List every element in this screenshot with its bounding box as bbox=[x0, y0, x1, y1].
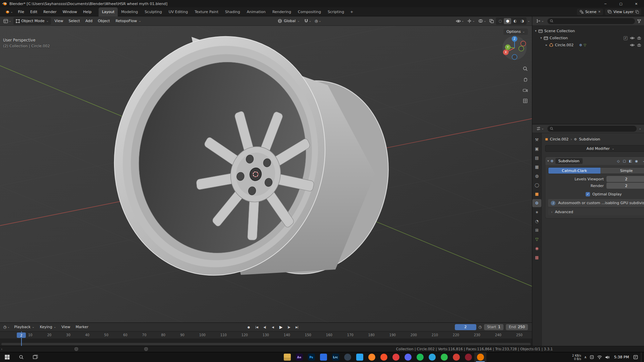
transport-jump-to-end[interactable]: ▶| bbox=[293, 324, 301, 330]
properties-tab-render[interactable]: ▣ bbox=[532, 145, 541, 153]
taskbar-app-steam[interactable] bbox=[341, 352, 354, 362]
taskbar-app-maroon-app[interactable] bbox=[462, 352, 474, 362]
close-button[interactable]: ✕ bbox=[629, 0, 644, 7]
taskbar-app-whatsapp[interactable] bbox=[438, 352, 450, 362]
menu-item[interactable]: Edit bbox=[27, 8, 40, 16]
unlink-scene-icon[interactable]: ✕ bbox=[598, 10, 601, 13]
clock[interactable]: 5:38 PM bbox=[613, 355, 630, 359]
snap-toggle[interactable]: ⌄ bbox=[303, 17, 313, 25]
taskbar-search-button[interactable] bbox=[14, 352, 28, 362]
status-expand-icon[interactable]: › bbox=[1, 347, 2, 351]
workspace-tab[interactable]: Rendering bbox=[269, 7, 294, 16]
transport-play[interactable]: ▶ bbox=[277, 324, 284, 330]
timeline-view-menu[interactable]: View bbox=[59, 323, 72, 331]
properties-tab-object-data[interactable]: ▽ bbox=[532, 235, 541, 243]
properties-tab-material[interactable]: ◉ bbox=[532, 244, 541, 252]
add-workspace-button[interactable]: + bbox=[347, 10, 356, 14]
transport-next-keyframe[interactable]: |▶ bbox=[285, 324, 292, 330]
xray-toggle[interactable] bbox=[488, 17, 495, 25]
proportional-editing-toggle[interactable]: ◎ ⌄ bbox=[313, 17, 322, 25]
modifier-toggle-show-on-cage[interactable]: ◇ bbox=[615, 158, 621, 164]
action-center-icon[interactable] bbox=[633, 355, 638, 359]
navigation-gizmo[interactable]: Z X Y bbox=[502, 35, 527, 61]
properties-tab-modifiers[interactable]: ⚙ bbox=[532, 199, 541, 207]
taskbar-app-firefox[interactable] bbox=[366, 352, 378, 362]
workspace-tab[interactable]: Animation bbox=[244, 7, 269, 16]
properties-tab-scene[interactable]: ◍ bbox=[532, 172, 541, 180]
properties-tab-object[interactable]: ■ bbox=[532, 190, 541, 198]
tray-app-icon[interactable] bbox=[590, 355, 594, 359]
viewport-canvas[interactable]: User Perspective (2) Collection | Circle… bbox=[0, 26, 532, 322]
hide-in-viewport-eye-icon[interactable] bbox=[630, 37, 635, 40]
shading-wireframe[interactable]: ◌ bbox=[496, 18, 504, 24]
properties-editor-type-button[interactable]: ⌄ bbox=[535, 125, 545, 132]
keying-menu[interactable]: Keying ⌄ bbox=[38, 323, 59, 331]
shading-solid[interactable]: ● bbox=[504, 18, 511, 24]
outliner-row-collection[interactable]: ▾ Collection ✓ bbox=[532, 35, 644, 42]
end-frame-field[interactable]: End 250 bbox=[506, 324, 528, 330]
transform-orientation-select[interactable]: Global ⌄ bbox=[275, 17, 302, 25]
breadcrumb-object[interactable]: Circle.002 bbox=[550, 137, 569, 141]
modifier-toggle-show-render[interactable]: ◉ bbox=[634, 158, 639, 164]
menu-item[interactable]: Help bbox=[80, 8, 95, 16]
minimize-button[interactable]: ─ bbox=[598, 0, 613, 7]
properties-tab-tool[interactable]: ⚒ bbox=[532, 136, 541, 144]
playhead-frame-badge[interactable]: 2 bbox=[17, 333, 26, 338]
task-view-button[interactable] bbox=[28, 352, 42, 362]
expand-icon[interactable]: ▾ bbox=[540, 37, 542, 40]
menu-item[interactable]: Render bbox=[40, 8, 59, 16]
taskbar-app-red-browser[interactable] bbox=[390, 352, 402, 362]
app-menu-button[interactable]: ⌄ bbox=[3, 10, 15, 14]
field-value-input[interactable]: 2 bbox=[606, 183, 644, 189]
collapse-icon[interactable]: ▾ bbox=[547, 160, 549, 163]
properties-tab-physics[interactable]: ◔ bbox=[532, 217, 541, 225]
show-overlays-toggle[interactable]: ⌄ bbox=[477, 17, 488, 25]
workspace-tab[interactable]: UV Editing bbox=[165, 7, 191, 16]
workspace-tab[interactable]: Compositing bbox=[294, 7, 324, 16]
marker-menu[interactable]: Marker bbox=[73, 323, 91, 331]
properties-tab-texture[interactable]: ▩ bbox=[532, 253, 541, 261]
taskbar-app-spotify[interactable] bbox=[414, 352, 426, 362]
taskbar-app-file-explorer[interactable] bbox=[281, 352, 293, 362]
add-modifier-button[interactable]: Add Modifier ⌄ bbox=[545, 145, 644, 152]
algorithm-option[interactable]: Simple bbox=[600, 168, 644, 174]
start-frame-field[interactable]: Start 1 bbox=[484, 324, 503, 330]
workspace-tab[interactable]: Modeling bbox=[118, 7, 141, 16]
taskbar-app-blue-app[interactable] bbox=[317, 352, 329, 362]
menu-item[interactable]: File bbox=[15, 8, 27, 16]
outliner-row-scene-collection[interactable]: ▾ Scene Collection bbox=[532, 27, 644, 35]
properties-options-caret-icon[interactable]: ⌄ bbox=[639, 127, 641, 130]
outliner-search-input[interactable] bbox=[547, 18, 635, 24]
properties-search-input[interactable] bbox=[547, 126, 637, 132]
disable-in-render-camera-icon[interactable] bbox=[637, 43, 641, 47]
pan-hand-icon[interactable] bbox=[522, 76, 529, 83]
outliner-filter-button[interactable] bbox=[637, 19, 641, 23]
field-value-input[interactable]: 2 bbox=[606, 176, 644, 182]
modifier-badge-icon[interactable]: ⚙ bbox=[579, 43, 582, 47]
taskbar-app-vscode[interactable] bbox=[354, 352, 366, 362]
shading-rendered[interactable]: ◑ bbox=[519, 18, 526, 24]
transport-jump-to-start[interactable]: |◀ bbox=[253, 324, 260, 330]
exclude-checkbox[interactable]: ✓ bbox=[624, 36, 628, 40]
timeline-editor-type-button[interactable]: ◷ ⌄ bbox=[2, 323, 11, 331]
taskbar-app-red-app[interactable] bbox=[450, 352, 462, 362]
transport-record[interactable]: ● bbox=[245, 324, 252, 330]
shading-options-caret-icon[interactable]: ⌄ bbox=[527, 19, 530, 22]
workspace-tab[interactable]: Shading bbox=[222, 7, 244, 16]
wifi-icon[interactable] bbox=[597, 355, 602, 359]
shading-material-preview[interactable]: ◐ bbox=[511, 18, 519, 24]
properties-tab-view-layer[interactable]: ▦ bbox=[532, 163, 541, 171]
taskbar-app-after-effects[interactable]: Ae bbox=[293, 352, 305, 362]
disable-in-render-camera-icon[interactable] bbox=[637, 36, 641, 40]
tray-overflow-chevron-icon[interactable]: ∧ bbox=[584, 355, 587, 359]
properties-tab-output[interactable]: ▤ bbox=[532, 154, 541, 162]
scene-selector[interactable]: Scene ✕ bbox=[577, 9, 603, 15]
modifier-panel-header[interactable]: ▾ ⚙ Subdivision ◇▢◧◉ ⌄ ✕ bbox=[545, 157, 644, 165]
view-layer-selector[interactable]: View Layer bbox=[605, 9, 641, 15]
taskbar-app-lightroom-classic[interactable]: Lrc bbox=[329, 352, 341, 362]
camera-view-icon[interactable] bbox=[522, 87, 529, 94]
outliner-row-circle-002[interactable]: ▸ Circle.002 ⚙ ▽ bbox=[532, 42, 644, 49]
timeline-scrollbar[interactable] bbox=[1, 343, 531, 345]
properties-tab-constraints[interactable]: ⊞ bbox=[532, 226, 541, 234]
taskbar-app-photoshop[interactable]: Ps bbox=[305, 352, 317, 362]
